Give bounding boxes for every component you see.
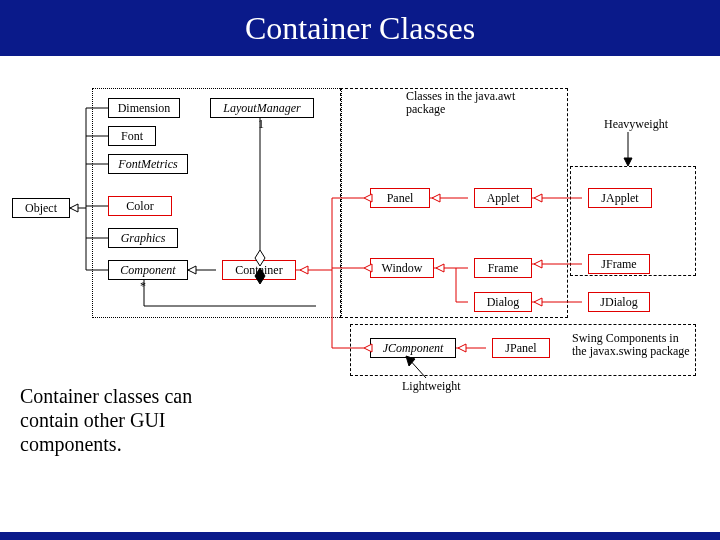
svg-marker-26	[534, 194, 542, 202]
slide-title: Container Classes	[245, 10, 475, 47]
svg-marker-22	[364, 344, 372, 352]
caption-text: Container classes can contain other GUI …	[20, 384, 240, 456]
connectors	[12, 70, 708, 390]
svg-marker-24	[432, 194, 440, 202]
svg-marker-10	[255, 250, 265, 266]
svg-marker-17	[300, 266, 308, 274]
svg-marker-20	[364, 194, 372, 202]
svg-marker-35	[534, 298, 542, 306]
svg-marker-39	[624, 158, 632, 166]
title-bar: Container Classes	[0, 0, 720, 56]
class-diagram: Classes in the java.awt package Heavywei…	[12, 70, 708, 390]
svg-marker-37	[458, 344, 466, 352]
svg-marker-11	[255, 268, 265, 284]
slide: Container Classes Container classes can …	[0, 0, 720, 540]
svg-marker-2	[70, 204, 78, 212]
svg-marker-31	[436, 264, 444, 272]
svg-marker-33	[534, 260, 542, 268]
svg-marker-13	[188, 266, 196, 274]
page-number: 6	[685, 514, 692, 530]
svg-marker-21	[364, 264, 372, 272]
